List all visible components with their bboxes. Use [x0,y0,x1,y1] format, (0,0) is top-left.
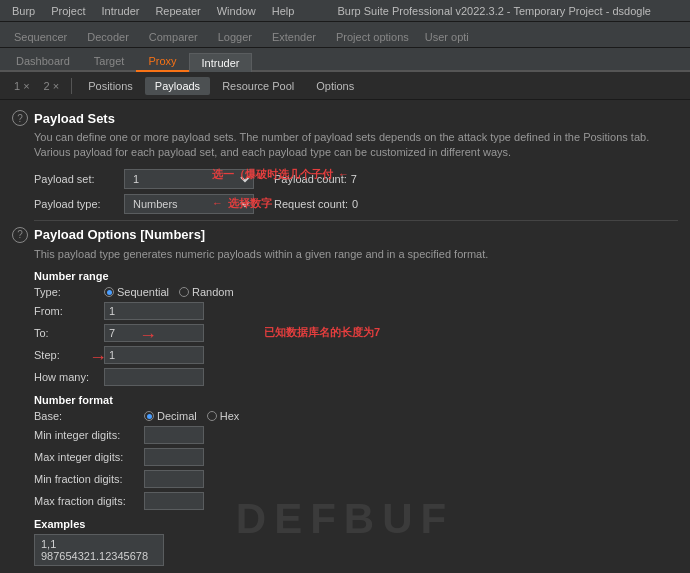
step-label: Step: [34,349,104,361]
tab-2[interactable]: 2 × [38,78,66,94]
tab-decoder[interactable]: Decoder [77,27,139,47]
tab-logger[interactable]: Logger [208,27,262,47]
payload-sets-title: Payload Sets [34,111,115,126]
payload-options-title: Payload Options [Numbers] [34,227,205,242]
cn-annotation-3: 已知数据库名的长度为7 [264,325,380,340]
decimal-radio[interactable]: Decimal [144,410,197,422]
number-format-title: Number format [12,394,678,406]
divider-tabs [71,78,72,94]
payload-type-container: Payload type: Numbers Simple list Runtim… [12,194,678,214]
tab-1[interactable]: 1 × [8,78,36,94]
base-row: Base: Decimal Hex [12,410,678,422]
max-frac-row: Max fraction digits: [12,492,678,510]
payload-sets-heading: ? Payload Sets [12,110,678,126]
number-range-container: Type: Sequential Random From: [12,286,678,386]
tab-proxy[interactable]: Proxy [136,52,188,72]
how-many-label: How many: [34,371,104,383]
menu-burp[interactable]: Burp [4,3,43,19]
tab-dashboard[interactable]: Dashboard [4,52,82,70]
base-radio-group: Decimal Hex [144,410,239,422]
sequential-dot [104,287,114,297]
menu-intruder[interactable]: Intruder [94,3,148,19]
to-input[interactable] [104,324,204,342]
example-2: 987654321.12345678 [41,550,157,562]
app-title: Burp Suite Professional v2022.3.2 - Temp… [302,5,686,17]
secondary-tabs: Dashboard Target Proxy Intruder [0,48,690,72]
to-row: To: → 已知数据库名的长度为7 [34,324,678,342]
payload-count-label: Payload count: [274,173,347,185]
menu-help[interactable]: Help [264,3,303,19]
type-row: Type: Sequential Random [34,286,678,298]
menu-project[interactable]: Project [43,3,93,19]
request-count-label: Request count: [274,198,348,210]
tab-target[interactable]: Target [82,52,137,70]
payload-type-label: Payload type: [34,198,124,210]
tab-project-options[interactable]: Project options [326,27,419,47]
max-frac-input[interactable] [144,492,204,510]
tab-resource-pool[interactable]: Resource Pool [212,77,304,95]
tab-intruder[interactable]: Intruder [189,53,253,72]
hex-radio[interactable]: Hex [207,410,240,422]
step-input[interactable] [104,346,204,364]
menu-bar: Burp Project Intruder Repeater Window He… [0,0,690,22]
from-row: From: [34,302,678,320]
random-dot [179,287,189,297]
min-int-label: Min integer digits: [34,429,144,441]
tab-options[interactable]: Options [306,77,364,95]
request-count-value: 0 [352,198,358,210]
main-content: ? Payload Sets You can define one or mor… [0,100,690,573]
sequential-radio[interactable]: Sequential [104,286,169,298]
payload-set-select[interactable]: 1 2 [124,169,254,189]
max-int-row: Max integer digits: [12,448,678,466]
max-int-input[interactable] [144,448,204,466]
min-frac-label: Min fraction digits: [34,473,144,485]
min-int-row: Min integer digits: [12,426,678,444]
menu-window[interactable]: Window [209,3,264,19]
payload-options-heading: ? Payload Options [Numbers] [12,227,678,243]
payload-sets-desc: You can define one or more payload sets.… [12,130,678,161]
tab-payloads[interactable]: Payloads [145,77,210,95]
from-label: From: [34,305,104,317]
help-icon-2[interactable]: ? [12,227,28,243]
menu-repeater[interactable]: Repeater [147,3,208,19]
divider-1 [34,220,678,221]
tab-comparer[interactable]: Comparer [139,27,208,47]
min-frac-input[interactable] [144,470,204,488]
type-label: Type: [34,286,104,298]
max-frac-label: Max fraction digits: [34,495,144,507]
tab-sequencer[interactable]: Sequencer [4,27,77,47]
payload-type-row: Payload type: Numbers Simple list Runtim… [12,194,678,214]
intruder-sub-tabs: 1 × 2 × Positions Payloads Resource Pool… [0,72,690,100]
payload-set-container: Payload set: 1 2 Payload count: 7 选一（爆破时… [12,169,678,189]
step-row: Step: → [34,346,678,364]
how-many-input[interactable] [104,368,204,386]
min-frac-row: Min fraction digits: [12,470,678,488]
payload-type-select[interactable]: Numbers Simple list Runtime file [124,194,254,214]
payload-options-desc: This payload type generates numeric payl… [12,247,678,262]
decimal-dot [144,411,154,421]
tab-extender[interactable]: Extender [262,27,326,47]
tab-user-options[interactable]: User opti [419,27,475,47]
base-label: Base: [34,410,144,422]
number-range-title: Number range [12,270,678,282]
main-tool-tabs: Sequencer Decoder Comparer Logger Extend… [0,22,690,48]
examples-title: Examples [12,518,678,530]
examples-box: 1,1 987654321.12345678 [34,534,164,566]
from-input[interactable] [104,302,204,320]
max-int-label: Max integer digits: [34,451,144,463]
type-radio-group: Sequential Random [104,286,234,298]
how-many-row: How many: [34,368,678,386]
example-1: 1,1 [41,538,157,550]
min-int-input[interactable] [144,426,204,444]
to-label: To: [34,327,104,339]
hex-dot [207,411,217,421]
help-icon[interactable]: ? [12,110,28,126]
tab-positions[interactable]: Positions [78,77,143,95]
payload-set-row: Payload set: 1 2 Payload count: 7 [12,169,678,189]
random-radio[interactable]: Random [179,286,234,298]
payload-set-label: Payload set: [34,173,124,185]
payload-count-value: 7 [351,173,357,185]
